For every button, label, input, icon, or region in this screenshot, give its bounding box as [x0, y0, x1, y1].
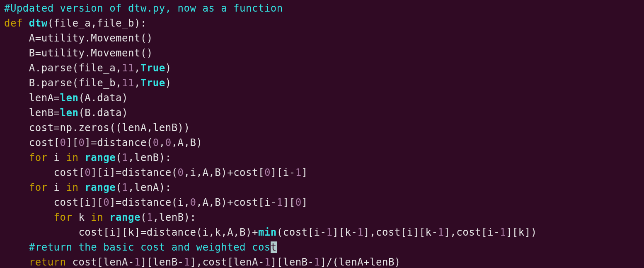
code-text: ,lenB):: [153, 212, 196, 223]
builtin-range: range: [109, 212, 140, 223]
code-text: (file_a,file_b):: [48, 17, 147, 29]
text-cursor: t: [271, 241, 277, 253]
number-literal: 1: [134, 256, 140, 268]
code-text: ): [165, 62, 172, 74]
number-literal: 0: [295, 197, 302, 208]
code-text: [103, 212, 109, 223]
number-literal: 1: [122, 182, 128, 193]
code-editor[interactable]: #Updated version of dtw.py, now as a fun…: [0, 0, 644, 268]
code-text: ]: [302, 197, 308, 208]
code-text: B.parse(file_b,: [4, 77, 122, 89]
number-literal: 1: [184, 256, 190, 268]
code-text: ,: [159, 137, 165, 149]
function-name: dtw: [29, 17, 48, 29]
number-literal: 1: [277, 197, 283, 208]
builtin-range: range: [85, 182, 116, 193]
number-literal: 0: [103, 197, 109, 208]
code-text: ]=distance(: [85, 137, 153, 149]
code-text: (cost[i-: [277, 227, 327, 238]
code-text: ]: [302, 167, 308, 178]
keyword-for: for: [29, 182, 48, 193]
number-literal: 0: [264, 167, 271, 178]
code-text: ][k-: [332, 227, 357, 238]
builtin-min: min: [258, 227, 277, 238]
code-text: ,lenA):: [128, 182, 172, 193]
code-text: [78, 182, 85, 193]
code-text: ,i,A,B)+cost[: [184, 167, 264, 178]
code-text: ][i-: [271, 167, 295, 178]
code-text: ],cost[i-: [444, 227, 500, 238]
code-text: [78, 152, 85, 163]
keyword-return: return: [29, 256, 66, 268]
code-text: A.parse(file_a,: [4, 62, 122, 74]
code-text: (B.data): [78, 107, 128, 119]
code-text: ,: [134, 77, 140, 89]
number-literal: 11: [122, 62, 134, 74]
code-text: ]=distance(i,: [109, 197, 190, 208]
number-literal: 1: [326, 227, 332, 238]
number-literal: 1: [122, 152, 128, 163]
code-text: ,lenB):: [128, 152, 172, 163]
number-literal: 11: [122, 77, 134, 89]
code-text: ,A,B)+cost[i-: [196, 197, 276, 208]
code-text: cost=np.zeros((lenA,lenB)): [4, 122, 190, 134]
builtin-true: True: [140, 62, 165, 74]
code-text: lenA=: [4, 92, 60, 104]
code-text: ): [165, 77, 172, 89]
code-text: ][i]=distance(: [91, 167, 177, 178]
code-text: cost[: [4, 137, 60, 149]
code-text: cost[i][: [4, 197, 103, 208]
comment-line: #Updated version of dtw.py, now as a fun…: [4, 2, 283, 14]
code-text: k: [72, 212, 91, 223]
number-literal: 1: [314, 256, 320, 268]
number-literal: 1: [264, 256, 271, 268]
keyword-in: in: [66, 152, 79, 163]
keyword-for: for: [29, 152, 48, 163]
code-text: (: [116, 152, 122, 163]
code-text: ],cost[i][k-: [363, 227, 438, 238]
code-text: [4, 212, 54, 223]
number-literal: 1: [295, 167, 302, 178]
number-literal: 1: [438, 227, 444, 238]
code-text: (: [140, 212, 147, 223]
code-text: B=utility.Movement(): [4, 47, 153, 59]
code-text: [4, 256, 29, 268]
code-text: [4, 152, 29, 163]
code-text: ,A,B): [172, 137, 203, 149]
code-text: [4, 182, 29, 193]
code-text: ,: [134, 62, 140, 74]
keyword-def: def: [4, 17, 23, 29]
number-literal: 0: [78, 137, 85, 149]
code-text: ][lenB-: [271, 256, 314, 268]
code-text: ]/(lenA+lenB): [320, 256, 400, 268]
code-text: i: [48, 152, 66, 163]
code-text: ][k]): [506, 227, 537, 238]
keyword-in: in: [66, 182, 79, 193]
builtin-range: range: [85, 152, 116, 163]
code-text: ][: [66, 137, 79, 149]
code-text: (A.data): [78, 92, 128, 104]
number-literal: 0: [60, 137, 66, 149]
number-literal: 1: [500, 227, 506, 238]
number-literal: 1: [147, 212, 153, 223]
builtin-len: len: [60, 92, 79, 104]
code-text: ],cost[lenA-: [190, 256, 264, 268]
code-text: A=utility.Movement(): [4, 32, 153, 44]
number-literal: 0: [85, 167, 91, 178]
code-text: ][: [283, 197, 295, 208]
code-text: cost[: [4, 167, 85, 178]
number-literal: 0: [165, 137, 172, 149]
comment-line: #return the basic cost and weighted cos: [29, 241, 271, 253]
builtin-true: True: [140, 77, 165, 89]
keyword-for: for: [54, 212, 73, 223]
number-literal: 0: [190, 197, 196, 208]
builtin-len: len: [60, 107, 79, 119]
keyword-in: in: [91, 212, 103, 223]
code-text: lenB=: [4, 107, 60, 119]
code-text: [4, 241, 29, 253]
code-text: ][lenB-: [140, 256, 184, 268]
number-literal: 0: [153, 137, 159, 149]
code-text: i: [48, 182, 66, 193]
code-text: cost[i][k]=distance(i,k,A,B)+: [4, 227, 258, 238]
number-literal: 0: [178, 167, 184, 178]
